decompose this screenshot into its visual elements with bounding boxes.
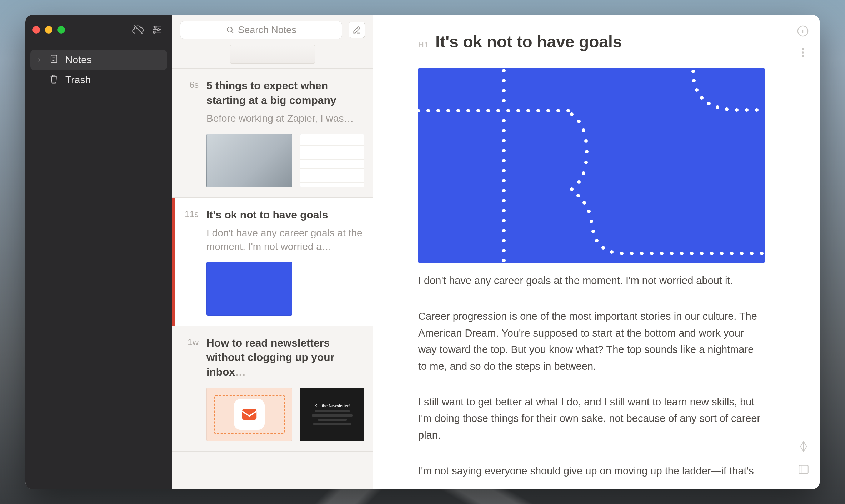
chevron-right-icon [35,57,43,63]
note-excerpt: Before working at Zapier, I was… [206,112,363,125]
svg-point-83 [716,105,719,109]
search-input[interactable]: Search Notes [180,21,342,39]
svg-point-60 [595,239,599,242]
paragraph[interactable]: I still want to get better at what I do,… [418,394,765,443]
svg-point-51 [584,161,588,164]
svg-point-36 [502,169,506,172]
svg-point-12 [426,109,430,112]
thumb-screenshot: Kill the Newsletter! [300,388,364,441]
svg-point-33 [502,139,506,142]
svg-point-74 [730,252,734,255]
svg-point-54 [570,187,574,191]
svg-point-57 [587,210,591,213]
svg-rect-10 [799,465,808,474]
previous-note-peek[interactable] [172,45,373,69]
svg-point-49 [584,139,588,143]
note-item[interactable]: 1w How to read newsletters without clogg… [172,326,373,452]
paragraph[interactable]: I don't have any career goals at the mom… [418,272,765,289]
svg-point-25 [556,109,560,112]
sidebar-item-trash[interactable]: Trash [30,70,167,90]
search-placeholder: Search Notes [238,25,296,36]
heading-row: H1 It's ok not to have goals [418,32,771,51]
sync-icon[interactable] [130,21,146,38]
sidebar-item-notes[interactable]: Notes [30,50,167,70]
svg-point-44 [502,249,506,252]
svg-point-47 [577,120,581,123]
svg-point-85 [735,108,739,112]
svg-point-69 [680,252,684,255]
svg-rect-5 [242,409,257,420]
svg-point-48 [582,128,585,132]
note-item[interactable]: 6s 5 things to expect when starting at a… [172,69,373,198]
note-thumbs: Kill the Newsletter! [206,388,363,441]
svg-point-43 [502,239,506,242]
svg-point-15 [456,109,460,112]
window-controls [32,26,65,34]
svg-point-78 [691,70,695,73]
paragraph[interactable]: Career progression is one of the most im… [418,308,765,374]
paragraph[interactable]: I'm not saying everyone should give up o… [418,463,765,479]
svg-point-13 [436,109,440,112]
svg-point-11 [418,109,420,112]
page-title[interactable]: It's ok not to have goals [435,32,622,51]
svg-point-80 [695,88,699,92]
svg-point-21 [516,109,520,112]
svg-point-50 [585,150,589,153]
info-icon[interactable] [797,25,810,38]
sidebar-item-label: Trash [65,74,91,86]
pen-icon[interactable] [798,440,810,454]
note-title: It's ok not to have goals [206,208,363,222]
svg-point-55 [576,194,580,197]
svg-point-28 [502,79,506,82]
hero-illustration [418,68,765,263]
svg-point-23 [536,109,540,112]
note-age: 11s [179,208,199,253]
svg-point-86 [745,108,749,112]
svg-point-22 [526,109,530,112]
svg-point-17 [476,109,480,112]
new-note-button[interactable] [349,22,365,38]
list-toolbar: Search Notes [172,15,373,45]
svg-point-46 [570,112,574,116]
svg-point-72 [710,252,714,255]
svg-point-84 [725,107,729,111]
svg-point-39 [502,199,506,202]
svg-point-20 [506,109,510,112]
svg-point-61 [601,246,605,250]
thumb-screenshot [300,134,364,187]
more-icon[interactable] [797,46,810,59]
app-window: Notes Trash Search Notes [25,15,820,489]
panel-icon[interactable] [798,463,810,477]
svg-point-70 [690,252,694,255]
svg-point-9 [802,55,804,57]
minimize-window-button[interactable] [45,26,52,34]
svg-point-79 [692,79,696,82]
svg-point-40 [502,209,506,212]
note-scroll[interactable]: 6s 5 things to expect when starting at a… [172,45,373,489]
svg-point-62 [610,250,614,254]
svg-point-81 [700,96,704,100]
svg-point-53 [577,180,581,184]
hero-image [418,68,765,263]
svg-point-8 [802,51,804,54]
svg-point-35 [502,159,506,162]
svg-point-63 [620,252,624,255]
mail-icon [234,399,265,430]
sidebar: Notes Trash [25,15,172,489]
svg-point-77 [760,252,764,255]
search-icon [226,26,234,34]
editor-pane[interactable]: H1 It's ok not to have goals I [373,15,820,489]
note-item-selected[interactable]: 11s It's ok not to have goals I don't ha… [172,198,373,326]
note-excerpt: I don't have any career goals at the mom… [206,226,363,253]
close-window-button[interactable] [32,26,40,34]
svg-point-7 [802,48,804,50]
svg-point-59 [591,230,595,233]
svg-point-16 [466,109,470,112]
editor-top-icons [797,25,810,59]
settings-icon[interactable] [149,21,165,38]
svg-point-71 [700,252,704,255]
svg-point-66 [650,252,654,255]
thumb-illustration [206,262,292,316]
fullscreen-window-button[interactable] [58,26,65,34]
svg-point-42 [502,229,506,232]
